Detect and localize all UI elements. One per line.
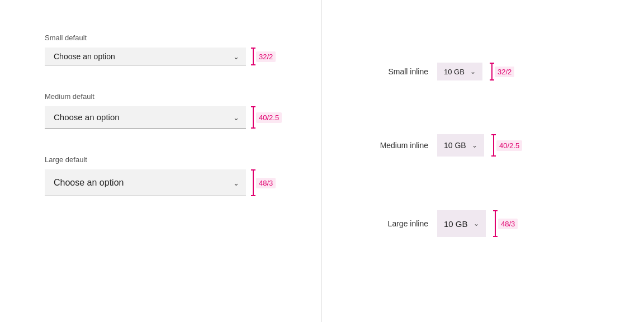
measurement-bar-small-inline	[491, 63, 493, 80]
left-panel: Small default Choose an option ⌄ 32/2 Me…	[0, 0, 322, 322]
small-default-label: Small default	[45, 34, 277, 42]
small-default-row: Choose an option ⌄ 32/2	[45, 48, 277, 65]
measurement-value-large: 48/3	[256, 178, 276, 188]
large-inline-group: Large inline 10 GB ⌄ 48/3	[367, 210, 599, 237]
measurement-value-small-inline: 32/2	[495, 67, 514, 77]
medium-default-group: Medium default Choose an option ⌄ 40/2.5	[45, 92, 277, 129]
right-panel: Small inline 10 GB ⌄ 32/2 Medium inline …	[322, 0, 644, 322]
large-inline-measurement: 48/3	[495, 210, 518, 237]
medium-inline-label: Medium inline	[367, 141, 428, 150]
medium-default-measurement: 40/2.5	[253, 106, 282, 129]
large-default-row: Choose an option ⌄ 48/3	[45, 169, 277, 196]
large-default-measurement: 48/3	[253, 169, 276, 196]
measurement-value-large-inline: 48/3	[498, 219, 518, 229]
small-inline-label: Small inline	[367, 67, 428, 76]
small-inline-measurement: 32/2	[491, 63, 514, 80]
measurement-value-medium-inline: 40/2.5	[496, 140, 522, 151]
measurement-bar-medium-inline	[493, 134, 494, 157]
large-default-wrapper: Choose an option ⌄	[45, 169, 246, 196]
medium-default-label: Medium default	[45, 92, 277, 101]
large-default-select[interactable]: Choose an option	[45, 169, 246, 196]
medium-default-row: Choose an option ⌄ 40/2.5	[45, 106, 277, 129]
small-default-group: Small default Choose an option ⌄ 32/2	[45, 34, 277, 65]
measurement-bar-small	[253, 48, 254, 65]
medium-default-select[interactable]: Choose an option	[45, 106, 246, 129]
small-inline-select[interactable]: 10 GB	[437, 63, 482, 80]
small-default-measurement: 32/2	[253, 48, 276, 65]
large-default-label: Large default	[45, 155, 277, 164]
large-inline-wrapper: 10 GB ⌄	[437, 210, 486, 237]
large-default-group: Large default Choose an option ⌄ 48/3	[45, 155, 277, 196]
measurement-bar-large-inline	[495, 210, 496, 237]
measurement-value-medium: 40/2.5	[256, 112, 282, 123]
medium-inline-group: Medium inline 10 GB ⌄ 40/2.5	[367, 134, 599, 157]
medium-inline-select[interactable]: 10 GB	[437, 134, 484, 157]
small-default-select[interactable]: Choose an option	[45, 48, 246, 65]
small-default-wrapper: Choose an option ⌄	[45, 48, 246, 65]
small-inline-wrapper: 10 GB ⌄	[437, 63, 482, 80]
medium-inline-measurement: 40/2.5	[493, 134, 522, 157]
large-inline-label: Large inline	[367, 219, 428, 228]
measurement-bar-large	[253, 169, 254, 196]
small-inline-group: Small inline 10 GB ⌄ 32/2	[367, 63, 599, 80]
large-inline-select[interactable]: 10 GB	[437, 210, 486, 237]
medium-default-wrapper: Choose an option ⌄	[45, 106, 246, 129]
measurement-value-small: 32/2	[256, 51, 276, 62]
measurement-bar-medium	[253, 106, 254, 129]
medium-inline-wrapper: 10 GB ⌄	[437, 134, 484, 157]
